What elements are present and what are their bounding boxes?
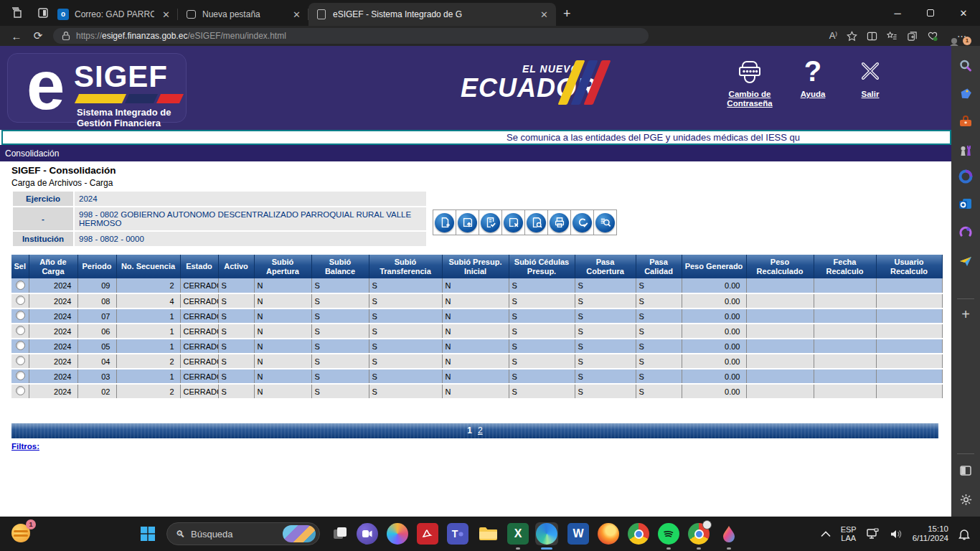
page-2-link[interactable]: 2	[478, 425, 483, 435]
sidebar-shopping-icon[interactable]	[957, 85, 974, 103]
tab-actions-icon[interactable]	[36, 6, 50, 20]
imprimir-button[interactable]	[547, 209, 571, 235]
favorite-star-icon[interactable]	[847, 31, 857, 42]
start-button[interactable]	[136, 522, 159, 545]
row-select-radio[interactable]	[16, 281, 25, 290]
cell-activo: S	[218, 339, 254, 354]
logo-sigef-text: SIGEF	[74, 60, 168, 94]
weather-widget[interactable]: 1	[10, 522, 34, 545]
clock-datetime[interactable]: 15:106/11/2024	[913, 524, 948, 543]
search-highlight-image[interactable]	[283, 525, 316, 542]
volume-icon[interactable]	[890, 529, 903, 540]
cell-sel	[11, 384, 29, 399]
close-button[interactable]: ✕	[947, 0, 980, 26]
validar-registro-button[interactable]	[479, 209, 502, 235]
crear-registro-button[interactable]	[433, 209, 456, 235]
sidebar-customize-icon[interactable]	[957, 462, 974, 479]
subir-archivo-button[interactable]	[456, 209, 479, 235]
sidebar-settings-gear-icon[interactable]	[957, 491, 974, 508]
copilot-app-icon[interactable]	[386, 522, 409, 545]
tab-esigef-active[interactable]: eSIGEF - Sistema Integrado de G ✕	[308, 3, 556, 26]
chrome-app-icon[interactable]	[627, 522, 650, 545]
sidebar-add-icon[interactable]: +	[957, 306, 974, 323]
table-row: 2024031CERRADOSNSSNSSS0.00	[11, 369, 942, 384]
cell-peso_generado: 0.00	[682, 354, 746, 369]
row-select-radio[interactable]	[16, 386, 25, 395]
el-nuevo-ecuador-logo: EL NUEVO ECUADOR	[430, 59, 617, 116]
cell-subio_transferencia: S	[369, 309, 442, 324]
row-select-radio[interactable]	[16, 296, 25, 305]
word-app-icon[interactable]: W	[567, 522, 590, 545]
address-bar[interactable]: https://esigef.finanzas.gob.ec/eSIGEF/me…	[53, 28, 649, 44]
chat-app-icon[interactable]	[356, 522, 379, 545]
sidebar-outlook-icon[interactable]	[957, 195, 974, 212]
cell-activo: S	[218, 384, 254, 399]
eliminar-registro-button[interactable]	[501, 209, 525, 235]
cell-pasa_cobertura: S	[575, 293, 636, 309]
minimize-button[interactable]: ─	[881, 0, 914, 26]
sidebar-toolbox-icon[interactable]	[957, 113, 974, 131]
workspaces-icon[interactable]	[10, 6, 24, 20]
tab-close-icon[interactable]: ✕	[160, 9, 172, 20]
outlook-icon: o	[57, 9, 69, 20]
edge-app-icon-active[interactable]	[535, 522, 558, 545]
row-select-radio[interactable]	[16, 356, 25, 365]
consultar-todos-button[interactable]	[593, 209, 617, 235]
change-password-button[interactable]: Cambio deContraseña	[717, 55, 782, 108]
help-button[interactable]: ? Ayuda	[781, 55, 845, 99]
excel-app-icon[interactable]: X	[507, 522, 529, 545]
tab-close-icon[interactable]: ✕	[538, 9, 550, 20]
row-select-radio[interactable]	[16, 311, 25, 320]
favorites-list-icon[interactable]	[887, 31, 897, 42]
cell-anio_carga: 2024	[29, 324, 77, 339]
notifications-bell-icon[interactable]	[958, 528, 970, 540]
row-select-radio[interactable]	[16, 341, 25, 350]
split-screen-icon[interactable]	[867, 31, 877, 42]
cell-subio_transferencia: S	[369, 293, 442, 309]
column-header: Usuario Recalculo	[876, 255, 942, 278]
sidebar-send-plane-icon[interactable]	[957, 253, 974, 270]
chrome-profile-app-icon[interactable]	[687, 522, 710, 545]
consultar-detalle-button[interactable]	[524, 209, 548, 235]
task-view-button[interactable]	[329, 522, 352, 545]
sidebar-microsoft365-icon[interactable]	[957, 168, 974, 185]
read-aloud-icon[interactable]: A)	[829, 30, 837, 41]
new-tab-button[interactable]: +	[563, 6, 571, 22]
row-select-radio[interactable]	[16, 371, 25, 380]
sidebar-designer-icon[interactable]	[957, 224, 974, 241]
cell-subio_balance: S	[311, 354, 369, 369]
menu-item-consolidacion[interactable]: Consolidación	[5, 149, 59, 159]
row-select-radio[interactable]	[16, 326, 25, 335]
teams-app-icon[interactable]: T	[446, 522, 469, 545]
firefox-app-icon[interactable]	[597, 522, 620, 545]
acrobat-app-icon[interactable]	[416, 522, 439, 545]
cell-subio_cedulas_presup: S	[509, 339, 575, 354]
tab-nueva-pestana[interactable]: Nueva pestaña ✕	[178, 3, 308, 26]
column-header: Fecha Recalculo	[814, 255, 876, 278]
network-icon[interactable]	[867, 528, 880, 540]
refresh-icon[interactable]: ⟳	[27, 29, 49, 42]
spotify-app-icon[interactable]	[657, 522, 680, 545]
collections-icon[interactable]	[907, 31, 918, 42]
sidebar-games-icon[interactable]	[957, 141, 974, 159]
file-explorer-icon[interactable]	[476, 522, 499, 545]
taskbar-search[interactable]: 🔍︎ Búsqueda	[166, 522, 320, 545]
browser-essentials-icon[interactable]	[927, 31, 938, 42]
exit-button[interactable]: Salir	[838, 55, 903, 99]
aprobar-registro-button[interactable]	[570, 209, 594, 235]
lock-icon	[62, 31, 70, 41]
back-icon[interactable]: ←	[6, 30, 27, 42]
newtab-page-icon	[185, 9, 197, 20]
keyboard-language[interactable]: ESPLAA	[841, 525, 857, 542]
filters-link[interactable]: Filtros:	[11, 442, 39, 451]
cell-usuario_recalculo	[876, 324, 942, 339]
tab-correo[interactable]: o Correo: GAD PARROQUIAL VALLE ✕	[50, 3, 178, 26]
settings-more-icon[interactable]: ⋯1	[957, 31, 966, 42]
maximize-button[interactable]	[914, 0, 947, 26]
paint-drop-app-icon[interactable]	[717, 522, 740, 545]
column-header: Periodo	[77, 255, 116, 278]
sidebar-search-icon[interactable]	[957, 57, 974, 75]
tab-close-icon[interactable]: ✕	[291, 9, 303, 20]
table-row: 2024022CERRADOSNSSNSSS0.00	[11, 384, 942, 399]
tray-chevron-icon[interactable]	[821, 531, 831, 537]
